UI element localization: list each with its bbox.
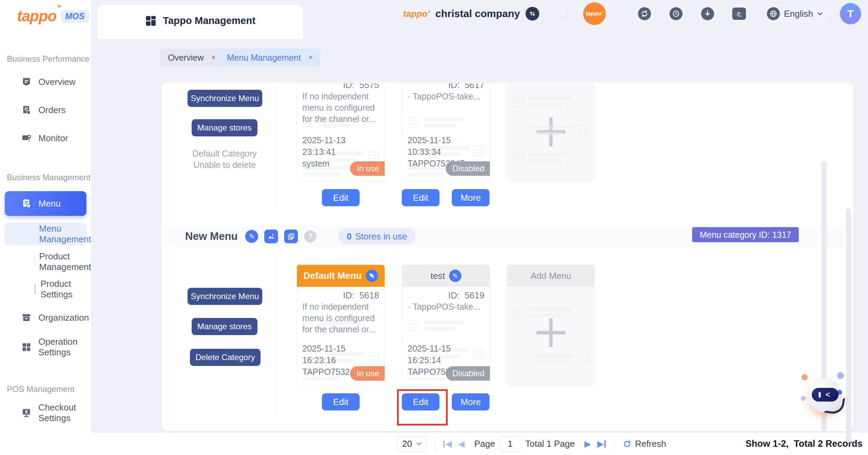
app-tab-tappo-management[interactable]: Tappo Management: [97, 5, 303, 39]
section-divider: [276, 255, 277, 416]
robot-purple-dot: [837, 372, 844, 379]
menu-updated-time: 2025-11-15 10:33:34: [408, 134, 484, 158]
image-icon[interactable]: [264, 230, 278, 243]
sidebar-item-menu-management[interactable]: Menu Management: [5, 223, 86, 245]
sidebar-item-product-settings[interactable]: Product Settings: [0, 278, 91, 300]
svg-text:$: $: [25, 409, 28, 415]
sidebar-item-checkout-settings[interactable]: $ Checkout Settings: [0, 403, 91, 423]
first-page-button[interactable]: ◀: [443, 440, 452, 448]
synchronize-menu-button[interactable]: Synchronize Menu: [188, 288, 262, 305]
menu-description: · TappoPOS-take...: [408, 91, 484, 125]
mail-icon[interactable]: [728, 3, 750, 24]
robot-purple-dot-small: [801, 396, 806, 401]
sidebar-item-menu[interactable]: Menu: [5, 191, 86, 216]
menu-description: · TappoPOS-take...: [408, 301, 484, 335]
status-badge: Disabled: [446, 366, 490, 381]
edit-pen-icon[interactable]: ✎: [245, 230, 258, 243]
menu-description: If no independent menu is configured for…: [302, 91, 379, 125]
new-menu-section-header: New Menu ✎ ? 0 Stores in use Menu catego…: [168, 225, 847, 247]
language-label: English: [784, 9, 813, 19]
copy-add-icon[interactable]: [284, 230, 298, 243]
tab-chip-overview[interactable]: Overview ×: [160, 49, 223, 66]
tab-chip-menu-management[interactable]: Menu Management ×: [219, 49, 320, 66]
history-icon[interactable]: [665, 3, 687, 24]
add-menu-card[interactable]: Add Menu: [507, 265, 595, 386]
tappo-mini-logo: tappo’: [403, 9, 430, 19]
edit-pen-icon[interactable]: ✎: [366, 270, 378, 282]
overview-icon: [21, 77, 32, 87]
sidebar-item-monitor[interactable]: Monitor: [0, 128, 91, 148]
refresh-button[interactable]: Refresh: [623, 439, 666, 449]
edit-button[interactable]: Edit: [402, 189, 439, 206]
tappo-logo: tappo’’: [17, 8, 57, 25]
plus-icon: [537, 318, 565, 347]
edit-button[interactable]: Edit: [322, 393, 360, 410]
sidebar-item-operation-settings[interactable]: Operation Settings: [0, 337, 91, 357]
more-button[interactable]: More: [452, 189, 490, 206]
switch-company-icon[interactable]: [526, 7, 539, 21]
section-title: New Menu: [185, 230, 238, 243]
page-label: Page: [474, 439, 495, 449]
last-page-button[interactable]: ▶: [597, 440, 606, 448]
sidebar-item-organization[interactable]: Organization: [0, 308, 91, 328]
app-logo: tappo’’ MOS: [0, 0, 91, 25]
menu-updated-time: 2025-11-15 16:23:16: [302, 343, 379, 366]
assistant-robot-button[interactable]: <: [801, 369, 853, 421]
sync-icon[interactable]: [634, 3, 655, 24]
menu-id: ID: 5619: [408, 290, 484, 301]
indicator-bar: [34, 284, 36, 294]
operation-settings-icon: [21, 342, 32, 352]
orders-icon: [21, 105, 32, 115]
page-number-input[interactable]: [500, 436, 520, 452]
synchronize-menu-button[interactable]: Synchronize Menu: [188, 90, 262, 107]
menu-category-id-badge: Menu category ID: 1317: [692, 227, 799, 242]
manage-stores-button[interactable]: Manage stores: [192, 318, 257, 335]
refresh-icon: [623, 440, 631, 448]
logo-accent: ’’: [55, 2, 62, 14]
divider: [614, 437, 614, 451]
delete-category-button[interactable]: Delete Category: [190, 349, 261, 366]
avatar[interactable]: T: [840, 3, 861, 24]
manage-stores-button[interactable]: Manage stores: [192, 119, 257, 136]
more-button[interactable]: More: [452, 393, 490, 410]
edit-button[interactable]: Edit: [322, 189, 360, 206]
next-page-button[interactable]: ▶: [584, 440, 591, 448]
menu-card-test-top: ID: 5617 · TappoPOS-take... 2025-11-15 1…: [402, 83, 490, 182]
menu-updated-time: 2025-11-15 16:25:14: [408, 343, 484, 366]
menu-card-header: test ✎: [402, 265, 490, 287]
sidebar-item-overview[interactable]: Overview: [0, 72, 91, 92]
status-badge: Disabled: [446, 161, 490, 176]
menu-updated-time: 2025-11-13 23:13:41: [302, 134, 379, 158]
close-icon[interactable]: ×: [211, 53, 216, 62]
close-icon[interactable]: ×: [308, 53, 313, 62]
menu-id: ID: 5617: [408, 83, 484, 91]
sidebar-item-orders[interactable]: Orders: [0, 100, 91, 120]
menu-id: ID: 5618: [302, 290, 379, 301]
robot-head: <: [807, 378, 841, 413]
header-divider: [566, 8, 567, 21]
help-icon[interactable]: ?: [304, 230, 316, 243]
checkout-settings-icon: $: [21, 408, 32, 418]
edit-pen-icon[interactable]: ✎: [449, 270, 461, 282]
status-badge: In use: [350, 161, 385, 176]
sidebar-section-business-management: Business Management: [7, 173, 91, 182]
sidebar-item-product-management[interactable]: Product Management: [0, 251, 91, 273]
language-selector[interactable]: English: [760, 4, 830, 23]
content-panel: Synchronize Menu Manage stores Default C…: [161, 82, 854, 431]
add-menu-placeholder-top[interactable]: [507, 83, 595, 182]
sidebar-section-pos-management: POS Management: [7, 384, 91, 394]
highlight-annotation: [397, 389, 448, 426]
status-badge: In use: [350, 366, 385, 381]
menu-description: If no independent menu is configured for…: [302, 301, 379, 335]
monitor-icon: [21, 133, 32, 143]
page-size-select[interactable]: 20: [397, 436, 426, 452]
previous-page-button[interactable]: ◀: [458, 440, 465, 448]
tappo-badge-icon[interactable]: tappo’: [583, 2, 606, 25]
header-actions: tappo’ English T: [583, 0, 861, 27]
download-icon[interactable]: [697, 3, 718, 24]
stores-in-use-badge: 0 Stores in use: [338, 228, 415, 245]
app-tab-title: Tappo Management: [163, 15, 255, 39]
section-divider: [276, 86, 277, 206]
divider: [435, 437, 435, 451]
panel-bottom-divider: [161, 424, 854, 425]
